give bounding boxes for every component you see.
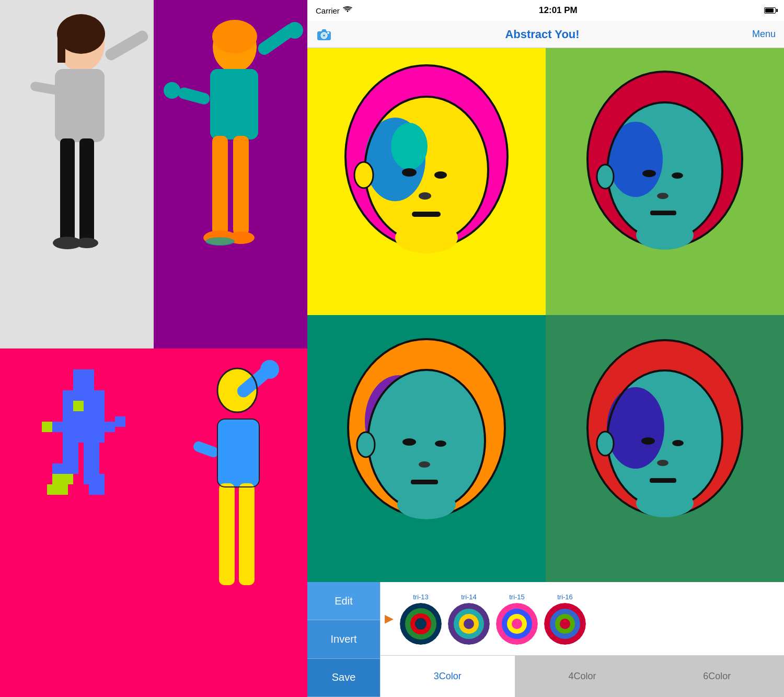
svg-rect-34	[94, 401, 105, 411]
svg-rect-52	[84, 369, 94, 380]
swatch-tri-14[interactable]: tri-14	[448, 593, 490, 645]
svg-rect-30	[94, 390, 105, 401]
svg-point-115	[636, 489, 694, 517]
svg-point-66	[322, 34, 326, 37]
svg-point-89	[657, 193, 668, 199]
carrier-info: Carrier	[316, 6, 352, 15]
tab-6color[interactable]: 6Color	[650, 656, 784, 697]
blue-yellow-figure-cell[interactable]	[154, 348, 307, 697]
time-display: 12:01 PM	[539, 5, 578, 16]
left-panel	[0, 0, 307, 697]
svg-rect-49	[47, 484, 68, 495]
svg-point-23	[205, 237, 235, 246]
swatch-tri-15[interactable]: tri-15	[496, 593, 538, 645]
svg-rect-61	[239, 483, 255, 585]
swatch-tri-16-circle[interactable]	[544, 603, 586, 645]
save-button[interactable]: Save	[307, 659, 380, 697]
grid-face-darkgreen[interactable]	[546, 315, 784, 582]
grid-face-yellow[interactable]	[307, 48, 546, 315]
svg-point-99	[402, 438, 416, 446]
right-panel: Carrier 12:01 PM	[307, 0, 784, 697]
svg-point-16	[286, 22, 303, 39]
grid-face-green[interactable]	[546, 48, 784, 315]
svg-rect-42	[84, 443, 99, 453]
svg-rect-35	[63, 411, 105, 422]
svg-rect-26	[84, 380, 94, 390]
svg-point-128	[512, 619, 522, 629]
image-grid	[307, 48, 784, 582]
svg-point-92	[597, 165, 614, 189]
svg-rect-38	[105, 422, 115, 432]
svg-rect-25	[73, 380, 84, 390]
svg-point-103	[397, 490, 456, 519]
tab-3color-label: 3Color	[434, 671, 462, 682]
svg-point-75	[402, 168, 417, 177]
svg-rect-41	[63, 443, 78, 453]
tab-row: 3Color 4Color 6Color	[381, 655, 784, 697]
svg-rect-27	[63, 390, 73, 401]
swatch-tri-15-label: tri-15	[509, 593, 525, 601]
svg-point-116	[597, 432, 614, 456]
swatch-tri-15-circle[interactable]	[496, 603, 538, 645]
svg-point-13	[212, 20, 257, 53]
purple-figure-cell[interactable]	[154, 0, 307, 348]
svg-point-100	[435, 440, 446, 447]
camera-button[interactable]	[316, 26, 332, 43]
svg-rect-102	[411, 480, 438, 484]
svg-rect-40	[42, 422, 52, 432]
svg-rect-60	[219, 483, 235, 585]
svg-rect-3	[57, 34, 65, 63]
tab-6color-label: 6Color	[703, 671, 731, 682]
svg-point-101	[419, 461, 430, 468]
svg-point-112	[672, 440, 684, 446]
pixel-art-cell[interactable]	[0, 348, 154, 697]
svg-rect-47	[52, 474, 73, 484]
tab-4color[interactable]: 4Color	[515, 656, 650, 697]
grid-face-teal[interactable]	[307, 315, 546, 582]
svg-rect-43	[63, 453, 78, 463]
menu-button[interactable]: Menu	[752, 29, 776, 40]
edit-button[interactable]: Edit	[307, 582, 380, 620]
svg-point-88	[672, 172, 683, 179]
svg-rect-36	[52, 422, 105, 432]
svg-point-120	[415, 618, 426, 630]
battery-fill	[765, 8, 774, 13]
svg-point-77	[419, 192, 431, 200]
original-photo-cell[interactable]	[0, 0, 154, 348]
swatch-row: ▶ tri-13 tri-14	[381, 582, 784, 655]
svg-point-87	[642, 170, 656, 177]
tab-3color[interactable]: 3Color	[381, 656, 515, 697]
tab-4color-label: 4Color	[568, 671, 596, 682]
swatch-tri-13[interactable]: tri-13	[400, 593, 442, 645]
bottom-toolbar: Edit Invert Save ▶ tri-13	[307, 582, 784, 697]
svg-rect-28	[73, 390, 84, 401]
svg-rect-19	[212, 136, 228, 235]
svg-point-67	[327, 32, 329, 34]
svg-rect-20	[233, 136, 249, 235]
svg-point-108	[607, 387, 664, 469]
swatch-tri-16[interactable]: tri-16	[544, 593, 586, 645]
svg-rect-78	[412, 212, 441, 217]
nav-title: Abstract You!	[505, 28, 579, 41]
svg-rect-8	[79, 138, 94, 243]
svg-point-58	[260, 360, 279, 379]
svg-rect-7	[60, 138, 75, 243]
svg-rect-39	[115, 416, 125, 427]
svg-rect-29	[84, 390, 94, 401]
swatch-tri-14-circle[interactable]	[448, 603, 490, 645]
svg-point-10	[75, 238, 98, 248]
svg-rect-50	[89, 484, 105, 495]
svg-point-132	[560, 619, 570, 629]
swatch-tri-13-circle[interactable]	[400, 603, 442, 645]
svg-rect-45	[52, 463, 78, 474]
svg-rect-14	[210, 69, 258, 140]
svg-rect-48	[84, 474, 105, 484]
svg-rect-51	[73, 369, 84, 380]
arrow-icon: ▶	[385, 612, 394, 625]
invert-button[interactable]: Invert	[307, 620, 380, 658]
svg-point-76	[434, 171, 447, 179]
svg-rect-4	[55, 69, 105, 142]
svg-point-79	[395, 222, 458, 253]
svg-point-80	[354, 162, 373, 188]
battery-body	[764, 7, 776, 14]
